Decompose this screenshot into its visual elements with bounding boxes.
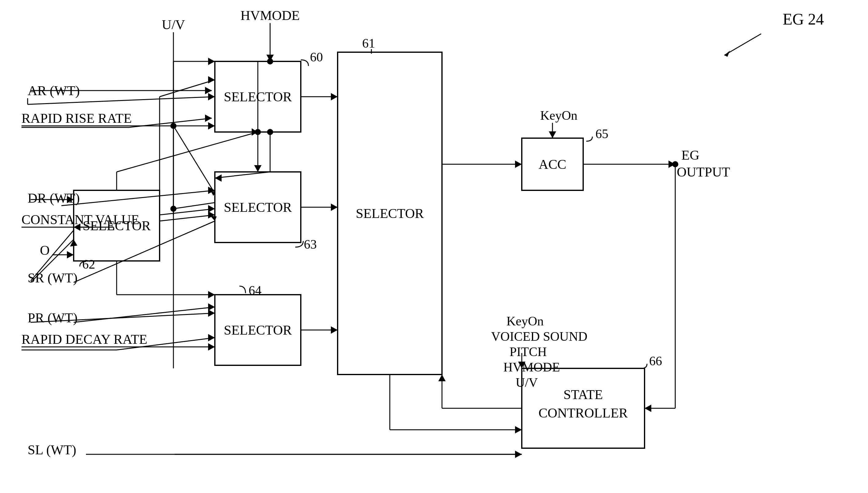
num-61: 61 [362,36,375,50]
num-60: 60 [310,50,323,64]
acc-label: ACC [539,157,566,172]
dr-wt-label: DR (WT) [28,191,80,206]
keyon-sc-label: KeyOn [506,314,544,328]
o-label: O [40,243,50,258]
eg24-label: EG 24 [783,10,824,28]
eg-output-label1: EG [681,148,699,163]
num-62: 62 [82,257,95,271]
num-63: 63 [304,237,317,252]
selector-64-label: SELECTOR [224,323,292,338]
rapid-rise-rate-label: RAPID RISE RATE [21,111,132,126]
selector-63-label: SELECTOR [224,200,292,215]
eg-output-label2: OUTPUT [677,165,730,179]
rapid-decay-rate-label: RAPID DECAY RATE [21,332,147,347]
uv-sc-label: U/V [516,376,538,389]
uv-label: U/V [162,17,185,32]
state-controller-label2: CONTROLLER [539,406,628,421]
num-66: 66 [649,354,662,368]
state-controller-label1: STATE [564,387,603,402]
hvmode-sc-label: HVMODE [503,360,560,374]
num-65: 65 [595,127,608,141]
voiced-sound-label: VOICED SOUND [491,329,587,343]
pitch-label: PITCH [509,345,547,359]
keyon-acc-label: KeyOn [540,108,577,123]
selector-61-label: SELECTOR [356,206,424,221]
diagram: EG 24 SELECTOR 60 SELECTOR 63 SELECTOR 6… [0,0,868,493]
sl-wt-label: SL (WT) [28,442,76,457]
hvmode-label: HVMODE [240,8,300,23]
pr-wt-label: PR (WT) [28,310,78,325]
num-64: 64 [248,283,261,297]
svg-point-35 [267,129,273,135]
